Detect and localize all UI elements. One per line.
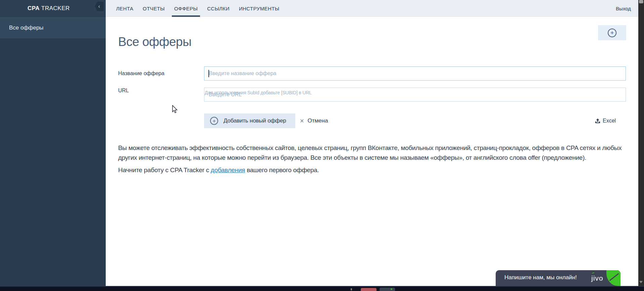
taskbar-item-gray (380, 288, 395, 291)
chat-widget[interactable]: Напишите нам, мы онлайн! jivo (496, 270, 621, 286)
sidebar-item-all-offers[interactable]: Все офферы (0, 17, 106, 39)
getting-started-line: Начните работу с CPA Tracker с добавлени… (118, 166, 319, 174)
brand-bar: CPA TRACKER ‹ (0, 0, 106, 17)
add-offer-submit-button[interactable]: + Добавить новый оффер (204, 113, 295, 128)
subid-hint: Для использования SubId добавьте [SUBID]… (205, 90, 312, 95)
tab-lenta[interactable]: ЛЕНТА (116, 0, 133, 17)
app-window: CPA TRACKER ‹ ЛЕНТА ОТЧЕТЫ ОФФЕРЫ ССЫЛКИ… (0, 0, 644, 291)
excel-label: Excel (603, 118, 616, 124)
top-navbar: ЛЕНТА ОТЧЕТЫ ОФФЕРЫ ССЫЛКИ ИНСТРУМЕНТЫ В… (106, 0, 638, 17)
leaf-icon (606, 270, 621, 286)
start-prefix: Начните работу с CPA Tracker с (118, 166, 211, 174)
excel-export-button[interactable]: Excel (595, 113, 616, 128)
nav-tabs: ЛЕНТА ОТЧЕТЫ ОФФЕРЫ ССЫЛКИ ИНСТРУМЕНТЫ (116, 0, 279, 17)
cancel-label: Отмена (307, 117, 328, 124)
chat-message: Напишите нам, мы онлайн! (504, 274, 577, 281)
offer-url-label: URL (118, 88, 129, 94)
vertical-scrollbar[interactable] (638, 0, 644, 286)
logout-button[interactable]: Выход (616, 0, 631, 17)
cancel-button[interactable]: ✕ Отмена (300, 113, 328, 128)
text-caret (208, 70, 209, 77)
page-title: Все офферы (118, 35, 191, 49)
add-offer-submit-label: Добавить новый оффер (224, 117, 286, 124)
app-logo-bold: CPA (28, 5, 40, 11)
app-logo: CPA TRACKER (28, 5, 70, 12)
plus-circle-icon: + (210, 117, 218, 125)
description-paragraph: Вы можете отслеживать эффективность собс… (118, 143, 626, 162)
upload-icon (595, 118, 600, 124)
scroll-down-arrow-icon[interactable] (639, 281, 643, 283)
taskbar-sliver (0, 286, 644, 291)
main-content: Все офферы + Название оффера URL Для исп… (106, 17, 638, 286)
taskbar-item-red (361, 288, 377, 291)
scrollbar-thumb[interactable] (639, 0, 643, 3)
close-icon: ✕ (300, 118, 304, 124)
start-suffix: вашего первого оффера. (245, 166, 319, 174)
offer-name-label: Название оффера (118, 70, 164, 77)
tab-ssylki[interactable]: ССЫЛКИ (207, 0, 230, 17)
taskbar-item-small (351, 288, 352, 290)
sidebar: Все офферы (0, 17, 106, 286)
app-logo-rest: TRACKER (41, 5, 70, 11)
add-offer-toggle-button[interactable]: + (598, 25, 626, 40)
tab-otchety[interactable]: ОТЧЕТЫ (143, 0, 165, 17)
add-offer-link[interactable]: добавления (211, 166, 245, 174)
chevron-left-icon: ‹ (98, 3, 100, 9)
jivo-logo: jivo (591, 274, 603, 282)
offer-name-input[interactable] (204, 66, 626, 81)
tab-instrumenty[interactable]: ИНСТРУМЕНТЫ (239, 0, 280, 17)
tab-offery[interactable]: ОФФЕРЫ (174, 0, 198, 17)
sidebar-collapse-button[interactable]: ‹ (95, 2, 104, 11)
plus-circle-icon: + (608, 29, 616, 37)
